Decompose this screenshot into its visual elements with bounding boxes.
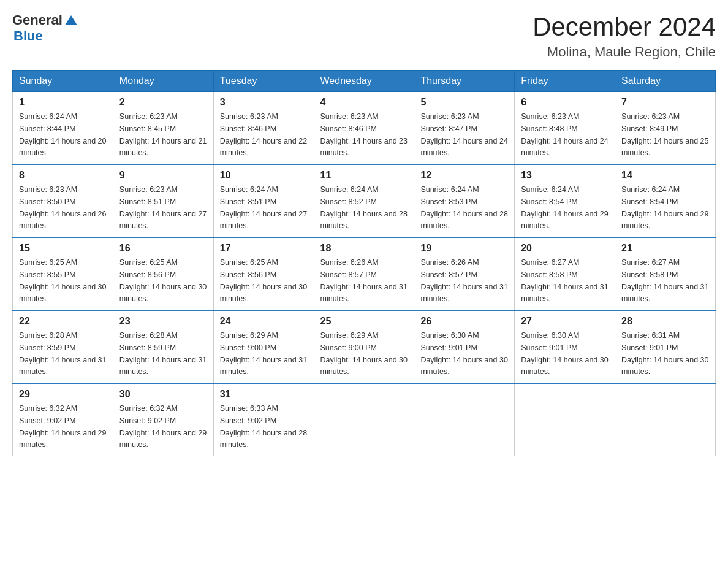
day-number: 3: [220, 97, 308, 108]
day-info: Sunrise: 6:27 AMSunset: 8:58 PMDaylight:…: [621, 258, 708, 303]
day-info: Sunrise: 6:32 AMSunset: 9:02 PMDaylight:…: [19, 404, 106, 449]
day-info: Sunrise: 6:24 AMSunset: 8:52 PMDaylight:…: [320, 185, 408, 230]
calendar-cell: 19 Sunrise: 6:26 AMSunset: 8:57 PMDaylig…: [414, 237, 515, 310]
calendar-cell: 16 Sunrise: 6:25 AMSunset: 8:56 PMDaylig…: [113, 237, 213, 310]
day-info: Sunrise: 6:30 AMSunset: 9:01 PMDaylight:…: [420, 331, 507, 376]
month-title: December 2024: [533, 12, 716, 42]
day-info: Sunrise: 6:24 AMSunset: 8:53 PMDaylight:…: [420, 185, 507, 230]
weekday-header-thursday: Thursday: [414, 71, 515, 92]
day-number: 16: [119, 243, 207, 254]
day-number: 28: [621, 316, 709, 327]
day-info: Sunrise: 6:25 AMSunset: 8:56 PMDaylight:…: [119, 258, 207, 303]
day-info: Sunrise: 6:23 AMSunset: 8:49 PMDaylight:…: [621, 112, 708, 157]
day-number: 13: [521, 170, 609, 181]
day-number: 17: [220, 243, 308, 254]
day-number: 14: [621, 170, 709, 181]
calendar-cell: 17 Sunrise: 6:25 AMSunset: 8:56 PMDaylig…: [213, 237, 314, 310]
day-number: 26: [420, 316, 508, 327]
title-area: December 2024 Molina, Maule Region, Chil…: [533, 12, 716, 60]
day-number: 15: [19, 243, 107, 254]
calendar-cell: 2 Sunrise: 6:23 AMSunset: 8:45 PMDayligh…: [113, 92, 213, 165]
calendar-cell: 7 Sunrise: 6:23 AMSunset: 8:49 PMDayligh…: [615, 92, 716, 165]
calendar-cell: 1 Sunrise: 6:24 AMSunset: 8:44 PMDayligh…: [13, 92, 113, 165]
calendar-cell: 8 Sunrise: 6:23 AMSunset: 8:50 PMDayligh…: [13, 164, 113, 237]
calendar-week-row: 15 Sunrise: 6:25 AMSunset: 8:55 PMDaylig…: [13, 237, 716, 310]
day-number: 2: [119, 97, 207, 108]
calendar-cell: 3 Sunrise: 6:23 AMSunset: 8:46 PMDayligh…: [213, 92, 314, 165]
day-info: Sunrise: 6:31 AMSunset: 9:01 PMDaylight:…: [621, 331, 708, 376]
day-number: 9: [119, 170, 207, 181]
day-number: 8: [19, 170, 107, 181]
day-info: Sunrise: 6:28 AMSunset: 8:59 PMDaylight:…: [19, 331, 106, 376]
calendar-cell: 6 Sunrise: 6:23 AMSunset: 8:48 PMDayligh…: [515, 92, 615, 165]
day-number: 7: [621, 97, 709, 108]
weekday-header-saturday: Saturday: [615, 71, 716, 92]
calendar-cell: 26 Sunrise: 6:30 AMSunset: 9:01 PMDaylig…: [414, 310, 515, 383]
day-info: Sunrise: 6:25 AMSunset: 8:55 PMDaylight:…: [19, 258, 106, 303]
calendar-cell: 22 Sunrise: 6:28 AMSunset: 8:59 PMDaylig…: [13, 310, 113, 383]
day-number: 22: [19, 316, 107, 327]
day-number: 23: [119, 316, 207, 327]
day-info: Sunrise: 6:23 AMSunset: 8:48 PMDaylight:…: [521, 112, 608, 157]
calendar-cell: 25 Sunrise: 6:29 AMSunset: 9:00 PMDaylig…: [314, 310, 414, 383]
logo-text-blue: Blue: [13, 28, 43, 44]
calendar-cell: [515, 383, 615, 456]
day-number: 6: [521, 97, 609, 108]
day-info: Sunrise: 6:29 AMSunset: 9:00 PMDaylight:…: [220, 331, 307, 376]
day-info: Sunrise: 6:29 AMSunset: 9:00 PMDaylight:…: [320, 331, 408, 376]
logo-icon: General Blue: [12, 12, 77, 44]
day-info: Sunrise: 6:26 AMSunset: 8:57 PMDaylight:…: [420, 258, 507, 303]
weekday-header-sunday: Sunday: [13, 71, 113, 92]
day-info: Sunrise: 6:23 AMSunset: 8:51 PMDaylight:…: [119, 185, 207, 230]
day-info: Sunrise: 6:32 AMSunset: 9:02 PMDaylight:…: [119, 404, 207, 449]
day-info: Sunrise: 6:24 AMSunset: 8:44 PMDaylight:…: [19, 112, 106, 157]
calendar-cell: 24 Sunrise: 6:29 AMSunset: 9:00 PMDaylig…: [213, 310, 314, 383]
calendar-cell: 21 Sunrise: 6:27 AMSunset: 8:58 PMDaylig…: [615, 237, 716, 310]
day-number: 25: [320, 316, 408, 327]
day-number: 18: [320, 243, 408, 254]
day-number: 4: [320, 97, 408, 108]
calendar-cell: 9 Sunrise: 6:23 AMSunset: 8:51 PMDayligh…: [113, 164, 213, 237]
calendar-table: SundayMondayTuesdayWednesdayThursdayFrid…: [12, 70, 716, 456]
day-info: Sunrise: 6:23 AMSunset: 8:50 PMDaylight:…: [19, 185, 106, 230]
weekday-header-row: SundayMondayTuesdayWednesdayThursdayFrid…: [13, 71, 716, 92]
calendar-cell: 20 Sunrise: 6:27 AMSunset: 8:58 PMDaylig…: [515, 237, 615, 310]
logo: General Blue: [12, 12, 77, 44]
calendar-cell: 15 Sunrise: 6:25 AMSunset: 8:55 PMDaylig…: [13, 237, 113, 310]
calendar-cell: 5 Sunrise: 6:23 AMSunset: 8:47 PMDayligh…: [414, 92, 515, 165]
calendar-cell: 18 Sunrise: 6:26 AMSunset: 8:57 PMDaylig…: [314, 237, 414, 310]
day-number: 1: [19, 97, 107, 108]
calendar-cell: 4 Sunrise: 6:23 AMSunset: 8:46 PMDayligh…: [314, 92, 414, 165]
day-info: Sunrise: 6:27 AMSunset: 8:58 PMDaylight:…: [521, 258, 608, 303]
day-info: Sunrise: 6:26 AMSunset: 8:57 PMDaylight:…: [320, 258, 408, 303]
day-info: Sunrise: 6:30 AMSunset: 9:01 PMDaylight:…: [521, 331, 608, 376]
day-number: 10: [220, 170, 308, 181]
calendar-cell: 10 Sunrise: 6:24 AMSunset: 8:51 PMDaylig…: [213, 164, 314, 237]
day-info: Sunrise: 6:24 AMSunset: 8:54 PMDaylight:…: [621, 185, 708, 230]
day-info: Sunrise: 6:24 AMSunset: 8:51 PMDaylight:…: [220, 185, 307, 230]
calendar-cell: 23 Sunrise: 6:28 AMSunset: 8:59 PMDaylig…: [113, 310, 213, 383]
calendar-week-row: 29 Sunrise: 6:32 AMSunset: 9:02 PMDaylig…: [13, 383, 716, 456]
calendar-cell: [314, 383, 414, 456]
location-title: Molina, Maule Region, Chile: [533, 44, 716, 60]
day-info: Sunrise: 6:33 AMSunset: 9:02 PMDaylight:…: [220, 404, 307, 449]
day-number: 20: [521, 243, 609, 254]
calendar-week-row: 22 Sunrise: 6:28 AMSunset: 8:59 PMDaylig…: [13, 310, 716, 383]
weekday-header-wednesday: Wednesday: [314, 71, 414, 92]
calendar-cell: 29 Sunrise: 6:32 AMSunset: 9:02 PMDaylig…: [13, 383, 113, 456]
calendar-cell: [615, 383, 716, 456]
day-number: 24: [220, 316, 308, 327]
day-number: 11: [320, 170, 408, 181]
calendar-cell: [414, 383, 515, 456]
day-number: 19: [420, 243, 508, 254]
logo-text-general: General: [12, 12, 63, 28]
day-info: Sunrise: 6:24 AMSunset: 8:54 PMDaylight:…: [521, 185, 608, 230]
calendar-cell: 27 Sunrise: 6:30 AMSunset: 9:01 PMDaylig…: [515, 310, 615, 383]
weekday-header-friday: Friday: [515, 71, 615, 92]
day-info: Sunrise: 6:23 AMSunset: 8:45 PMDaylight:…: [119, 112, 207, 157]
calendar-cell: 28 Sunrise: 6:31 AMSunset: 9:01 PMDaylig…: [615, 310, 716, 383]
calendar-cell: 30 Sunrise: 6:32 AMSunset: 9:02 PMDaylig…: [113, 383, 213, 456]
calendar-cell: 12 Sunrise: 6:24 AMSunset: 8:53 PMDaylig…: [414, 164, 515, 237]
day-info: Sunrise: 6:28 AMSunset: 8:59 PMDaylight:…: [119, 331, 207, 376]
day-info: Sunrise: 6:23 AMSunset: 8:47 PMDaylight:…: [420, 112, 507, 157]
